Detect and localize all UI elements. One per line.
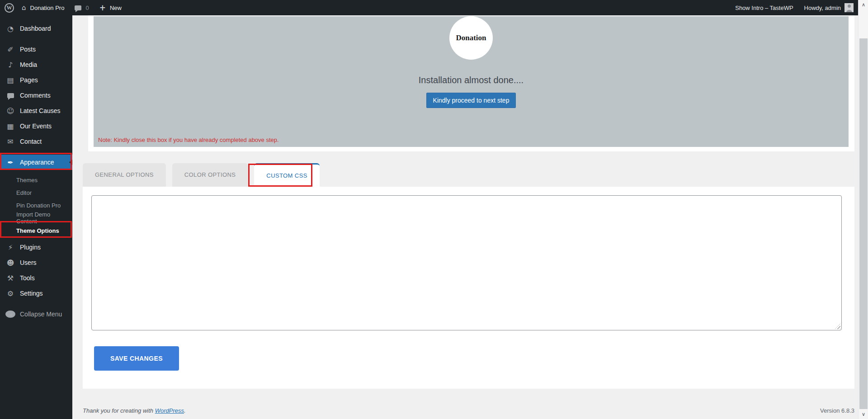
- theme-logo-text: Donation: [456, 33, 486, 42]
- sidebar-item-label: Media: [20, 61, 37, 68]
- footer-thanks-suffix: .: [184, 407, 186, 414]
- media-icon: ♪: [5, 61, 15, 69]
- sidebar-item-label: Pages: [20, 76, 38, 84]
- footer-thanks: Thank you for creating with WordPress.: [83, 407, 186, 414]
- howdy-label: Howdy, admin: [804, 5, 841, 11]
- sidebar-separator: [0, 36, 72, 42]
- sidebar-item-label: Plugins: [20, 244, 41, 251]
- comment-count[interactable]: 0: [85, 5, 89, 11]
- paintbrush-icon: ✒: [5, 158, 15, 167]
- sidebar-item-label: Tools: [20, 274, 35, 282]
- sidebar-item-contact[interactable]: ✉ Contact: [0, 134, 72, 149]
- new-menu-link[interactable]: New: [110, 5, 122, 11]
- site-name-link[interactable]: Donation Pro: [30, 5, 65, 11]
- account-menu[interactable]: Howdy, admin: [804, 3, 854, 12]
- admin-sidebar: ◔ Dashboard ✐ Posts ♪ Media ▤ Pages Comm…: [0, 15, 72, 419]
- pages-icon: ▤: [5, 76, 15, 85]
- sidebar-item-label: Settings: [20, 290, 43, 297]
- wordpress-logo-icon[interactable]: W: [5, 3, 14, 13]
- custom-css-panel: SAVE CHANGES: [83, 187, 854, 389]
- submenu-arrow-icon: [69, 160, 72, 165]
- sidebar-separator: [0, 149, 72, 155]
- admin-bar: W ⌂ Donation Pro 0 + New Show Intro – Ta…: [0, 0, 868, 15]
- sidebar-item-label: Appearance: [20, 159, 54, 166]
- intro-banner: Donation Installation almost done.... Ki…: [94, 16, 849, 147]
- submenu-item-pin-donation-pro[interactable]: Pin Donation Pro: [0, 199, 72, 212]
- pin-icon: ✐: [5, 45, 15, 54]
- save-changes-button[interactable]: SAVE CHANGES: [94, 346, 179, 371]
- collapse-menu-button[interactable]: ◂ Collapse Menu: [0, 306, 72, 322]
- tab-general-options[interactable]: GENERAL OPTIONS: [83, 163, 166, 187]
- sidebar-item-label: Our Events: [20, 122, 52, 130]
- sidebar-item-plugins[interactable]: ⚡ Plugins: [0, 240, 72, 255]
- user-icon: ☻: [5, 259, 15, 267]
- sidebar-item-label: Comments: [20, 92, 51, 99]
- sidebar-item-pages[interactable]: ▤ Pages: [0, 72, 72, 88]
- sidebar-item-label: Users: [20, 259, 37, 266]
- intro-note: Note: Kindly close this box if you have …: [98, 137, 279, 143]
- submenu-item-theme-options[interactable]: Theme Options: [0, 224, 72, 237]
- plus-icon: +: [99, 3, 106, 12]
- page-scrollbar[interactable]: ∧ ∨: [858, 0, 868, 419]
- sidebar-item-media[interactable]: ♪ Media: [0, 57, 72, 72]
- sidebar-item-dashboard[interactable]: ◔ Dashboard: [0, 21, 72, 36]
- appearance-submenu: Themes Editor Pin Donation Pro Import De…: [0, 170, 72, 240]
- custom-css-textarea[interactable]: [91, 195, 842, 330]
- show-intro-link[interactable]: Show Intro – TasteWP: [735, 5, 793, 11]
- settings-icon: ⚙: [5, 289, 15, 298]
- sidebar-item-label: Contact: [20, 138, 42, 145]
- submenu-item-import-demo-content[interactable]: Import Demo Content: [0, 212, 72, 224]
- sidebar-item-users[interactable]: ☻ Users: [0, 255, 72, 270]
- admin-footer: Thank you for creating with WordPress. V…: [83, 407, 854, 414]
- submenu-item-editor[interactable]: Editor: [0, 186, 72, 199]
- sidebar-separator: [0, 301, 72, 306]
- version-label: Version 6.8.3: [820, 407, 854, 414]
- theme-logo: Donation: [449, 16, 493, 60]
- sidebar-item-label: Posts: [20, 46, 36, 53]
- home-icon: ⌂: [22, 4, 26, 12]
- installation-intro-box: Donation Installation almost done.... Ki…: [88, 15, 854, 151]
- smiley-icon: ☺: [5, 107, 15, 115]
- admin-bar-left: W ⌂ Donation Pro 0 + New: [0, 3, 122, 13]
- sidebar-item-tools[interactable]: ⚒ Tools: [0, 270, 72, 286]
- collapse-icon: ◂: [5, 311, 15, 318]
- sidebar-item-latest-causes[interactable]: ☺ Latest Causes: [0, 103, 72, 118]
- avatar: [844, 3, 854, 12]
- plugin-icon: ⚡: [5, 243, 15, 252]
- tab-custom-css[interactable]: CUSTOM CSS: [254, 163, 319, 187]
- sidebar-item-settings[interactable]: ⚙ Settings: [0, 286, 72, 301]
- tab-color-options[interactable]: COLOR OPTIONS: [172, 163, 248, 187]
- intro-title: Installation almost done....: [94, 75, 849, 85]
- calendar-icon: ▦: [5, 122, 15, 131]
- tools-icon: ⚒: [5, 274, 15, 282]
- wordpress-link[interactable]: WordPress: [155, 407, 184, 414]
- scrollbar-thumb[interactable]: [859, 38, 868, 409]
- collapse-menu-label: Collapse Menu: [20, 311, 62, 318]
- theme-options-tabs: GENERAL OPTIONS COLOR OPTIONS CUSTOM CSS: [83, 163, 320, 187]
- sidebar-item-label: Dashboard: [20, 25, 51, 32]
- envelope-icon: ✉: [5, 137, 15, 146]
- dashboard-icon: ◔: [5, 24, 15, 33]
- scroll-up-icon[interactable]: ∧: [859, 2, 868, 8]
- admin-bar-right: Show Intro – TasteWP Howdy, admin: [735, 3, 868, 12]
- submenu-item-themes[interactable]: Themes: [0, 174, 72, 186]
- custom-css-textarea-wrap: [91, 195, 842, 330]
- sidebar-item-our-events[interactable]: ▦ Our Events: [0, 118, 72, 134]
- footer-thanks-prefix: Thank you for creating with: [83, 407, 155, 414]
- comments-icon: [5, 91, 15, 100]
- comments-icon: [75, 5, 81, 10]
- sidebar-item-comments[interactable]: Comments: [0, 88, 72, 103]
- sidebar-item-label: Latest Causes: [20, 107, 61, 114]
- sidebar-item-posts[interactable]: ✐ Posts: [0, 42, 72, 57]
- sidebar-item-appearance[interactable]: ✒ Appearance: [0, 155, 72, 170]
- proceed-next-step-button[interactable]: Kindly proceed to next step: [426, 93, 516, 108]
- scroll-down-icon[interactable]: ∨: [859, 411, 868, 417]
